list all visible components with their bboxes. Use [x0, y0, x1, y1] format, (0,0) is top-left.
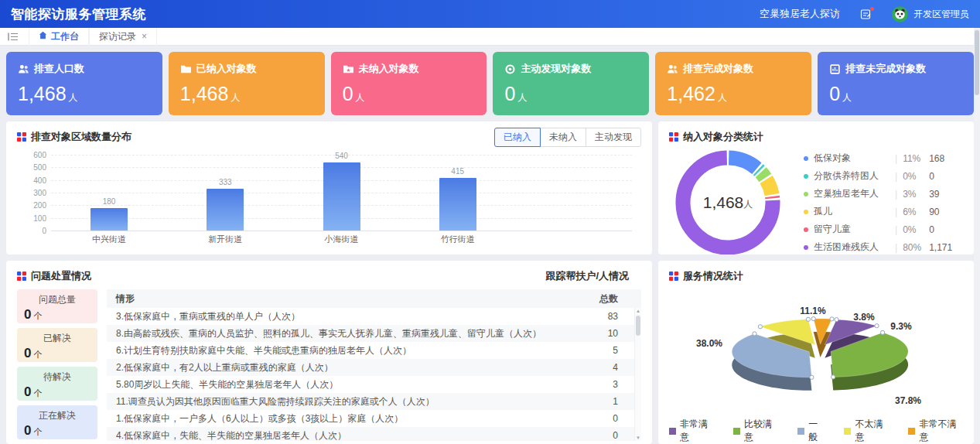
table-row: 2.低保家庭中，有2人以上重病或重残的家庭（人次）4: [107, 359, 641, 376]
filter-button-2[interactable]: 主动发现: [586, 128, 641, 147]
pie-legend-item-2: 一般: [797, 418, 825, 444]
pie-marker: [753, 332, 756, 336]
table-scrollbar-thumb[interactable]: [636, 316, 640, 336]
bar-slot: 333新开街道: [167, 155, 283, 231]
stat-card-4: 排查完成对象数1,462人: [655, 52, 811, 115]
tab-label: 探访记录: [99, 28, 136, 46]
issue-stat-box-1: 已解决0个: [17, 328, 97, 362]
legend-count: 1,171: [929, 242, 952, 253]
pie-legend-item-3: 不太满意: [844, 418, 890, 444]
collapse-sidebar-icon[interactable]: [8, 32, 18, 41]
legend-label: 孤儿: [814, 205, 890, 218]
col-situation: 情形: [116, 292, 135, 306]
legend-count: 39: [929, 189, 939, 200]
filter-button-group: 已纳入未纳入主动发现: [494, 128, 641, 147]
bar-新开街道[interactable]: [207, 189, 244, 231]
legend-label: 空巢独居老年人: [814, 187, 890, 200]
bar-slot: [516, 155, 632, 231]
pie-legend-swatch: [844, 428, 851, 435]
issue-stat-box-2: 待解决0个: [17, 367, 97, 401]
row-situation: 2.低保家庭中，有2人以上重病或重残的家庭（人次）: [116, 361, 613, 374]
row-count: 83: [608, 311, 618, 322]
table-header: 情形 总数: [107, 289, 641, 308]
users-icon: [18, 63, 29, 75]
pie-marker: [835, 318, 838, 322]
bar-竹行街道[interactable]: [439, 178, 476, 231]
issue-stat-label: 待解决: [24, 371, 90, 384]
project-name[interactable]: 空巢独居老人探访: [760, 7, 840, 21]
tab-visit-records[interactable]: 探访记录 ×: [89, 28, 157, 46]
filter-button-0[interactable]: 已纳入: [494, 128, 541, 147]
tab-label: 工作台: [51, 28, 79, 46]
category-legend: 低保对象|11%168分散供养特困人|0%0空巢独居老年人|3%39孤儿|6%9…: [804, 149, 963, 254]
category-donut-chart: 1,468人: [672, 147, 784, 254]
legend-dot: [804, 174, 808, 179]
table-row: 3.低保家庭中，重病或重残的单人户（人次）83: [107, 308, 641, 325]
stat-card-value: 0人: [343, 83, 476, 105]
region-bar-chart: 0100200300400500600180中兴街道333新开街道540小海街道…: [17, 149, 641, 248]
row-count: 1: [613, 396, 618, 407]
bar-category-label: 竹行街道: [441, 234, 475, 245]
row-count: 10: [608, 328, 618, 339]
bar-slot: 180中兴街道: [51, 155, 167, 231]
donut-center-total: 1,468人: [672, 147, 784, 254]
bar-value-label: 415: [451, 167, 464, 176]
legend-dot: [804, 156, 808, 161]
bar-中兴街道[interactable]: [90, 208, 128, 231]
y-axis-tick: 600: [17, 151, 46, 159]
page-scrollbar-thumb[interactable]: [975, 30, 979, 95]
legend-count: 90: [929, 207, 939, 217]
bar-category-label: 小海街道: [325, 234, 359, 245]
issue-stat-value: 0个: [24, 346, 90, 361]
y-axis-tick: 100: [17, 214, 46, 223]
pie-legend-item-4: 非常不满意: [908, 418, 963, 444]
issue-stat-boxes: 问题总量0个已解决0个待解决0个正在解决0个: [17, 289, 97, 441]
panel-grid-icon: [17, 272, 26, 281]
stat-card-value: 1,468人: [18, 83, 151, 105]
legend-label: 留守儿童: [814, 223, 890, 236]
legend-label: 生活困难残疾人: [814, 241, 890, 254]
user-menu[interactable]: 开发区管理员: [892, 6, 969, 22]
table-body: 3.低保家庭中，重病或重残的单人户（人次）838.由高龄或残疾、重病的人员监护、…: [107, 308, 641, 441]
pie-legend-label: 不太满意: [855, 418, 890, 444]
page-scrollbar[interactable]: [974, 28, 980, 444]
avatar: [892, 6, 908, 22]
pie-marker: [811, 317, 815, 321]
header-right: 空巢独居老人探访 开发区管理员: [760, 6, 969, 22]
stat-card-label: 主动发现对象数: [521, 62, 591, 76]
bar-小海街道[interactable]: [323, 162, 360, 231]
legend-dot: [804, 192, 808, 196]
legend-percent: 11%: [903, 153, 929, 164]
pie-legend-item-1: 比较满意: [733, 418, 779, 444]
filter-button-1[interactable]: 未纳入: [540, 128, 586, 147]
row-situation: 4.低保家庭中，失能、半失能的空巢独居老年人（人次）: [116, 429, 613, 442]
bar-value-label: 180: [103, 197, 116, 206]
y-axis-tick: 400: [17, 176, 46, 185]
stat-card-1: 已纳入对象数1,468人: [169, 52, 325, 115]
legend-percent: 6%: [903, 207, 929, 217]
stat-card-0: 排查人口数1,468人: [6, 52, 162, 115]
pie-marker: [831, 375, 835, 379]
bar-category-label: 中兴街道: [92, 234, 126, 245]
row-situation: 3.低保家庭中，重病或重残的单人户（人次）: [116, 310, 608, 323]
stat-card-3: 主动发现对象数0人: [493, 52, 649, 115]
close-tab-icon[interactable]: ×: [142, 28, 147, 46]
issue-stat-label: 问题总量: [24, 293, 90, 306]
legend-label: 低保对象: [814, 152, 890, 165]
row-situation: 6.计划生育特别扶助家庭中失能、半失能或患重病的独居老年人（人次）: [116, 344, 613, 357]
legend-item-3: 孤儿|6%90: [804, 203, 963, 220]
users-icon: [667, 63, 678, 75]
legend-item-1: 分散供养特困人|0%0: [804, 167, 963, 185]
issue-stat-label: 正在解决: [24, 409, 90, 422]
issue-stat-value: 0个: [24, 423, 90, 439]
stat-card-5: 排查未完成对象数0人: [818, 52, 974, 115]
notification-icon[interactable]: [860, 9, 872, 20]
tab-workbench[interactable]: 工作台: [29, 28, 89, 46]
table-row: 6.计划生育特别扶助家庭中失能、半失能或患重病的独居老年人（人次）5: [107, 342, 641, 359]
legend-percent: 80%: [903, 242, 929, 253]
pie-marker: [830, 317, 834, 321]
stat-card-label: 排查完成对象数: [683, 62, 753, 76]
table-scrollbar[interactable]: ▲ ▼: [634, 308, 641, 441]
panel-title: 服务情况统计: [683, 269, 743, 283]
row-count: 3: [613, 379, 618, 390]
